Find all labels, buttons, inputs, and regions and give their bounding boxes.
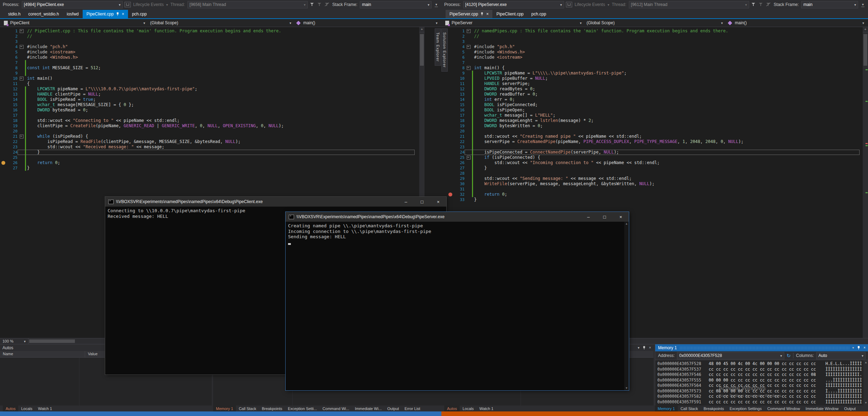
scroll-up-icon[interactable] [864,361,867,364]
column-header-name[interactable]: Name [0,351,85,357]
tool-window-tab[interactable]: Autos [444,405,460,411]
glyph-margin[interactable] [447,65,453,71]
pin-icon[interactable] [857,346,860,350]
glyph-margin[interactable] [0,92,6,97]
filter-threads-icon[interactable] [752,2,756,7]
doc-tab[interactable]: PipeServer.cpp [446,10,492,18]
breakpoint-icon[interactable] [1,161,5,165]
glyph-margin[interactable] [447,71,453,76]
close-icon[interactable] [649,346,651,350]
glyph-margin[interactable] [447,181,453,187]
lifecycle-events-icon[interactable] [566,2,572,7]
close-icon[interactable] [122,12,124,16]
glyph-margin[interactable] [0,160,6,165]
glyph-margin[interactable] [0,150,6,155]
filter-flagged-icon[interactable] [318,2,322,7]
process-dropdown[interactable]: [4984] PipeClient.exe [22,1,123,8]
project-dropdown[interactable]: PipeServer [443,19,584,26]
glyph-margin[interactable] [447,165,453,171]
console-output[interactable]: Creating named pipe \\.\pipe\mantvydas-f… [286,222,629,390]
close-icon[interactable] [863,346,866,350]
glyph-margin[interactable] [447,129,453,134]
fold-collapse-icon[interactable] [20,77,24,80]
pin-icon[interactable] [116,12,119,16]
scrollbar-thumb[interactable] [29,339,75,343]
glyph-margin[interactable] [447,171,453,176]
fold-collapse-icon[interactable] [467,45,471,49]
glyph-margin[interactable] [447,76,453,81]
glyph-margin[interactable] [447,55,453,60]
glyph-margin[interactable] [0,102,6,108]
fold-collapse-icon[interactable] [467,66,471,70]
close-button[interactable] [430,197,446,207]
glyph-margin[interactable] [0,60,6,65]
glyph-margin[interactable] [0,155,6,160]
glyph-margin[interactable] [447,150,453,155]
glyph-margin[interactable] [0,86,6,92]
glyph-margin[interactable] [447,155,453,160]
filter-flagged-icon[interactable] [759,2,763,7]
split-editor-grip[interactable] [863,27,868,32]
editor-vertical-scrollbar[interactable] [863,27,868,338]
glyph-margin[interactable] [447,123,453,129]
thread-dropdown[interactable]: [9612] Main Thread [629,1,749,8]
thread-dropdown[interactable]: [9656] Main Thread [187,1,308,8]
fold-collapse-icon[interactable] [20,45,24,49]
tool-window-tab[interactable]: Exception Settings [727,405,765,411]
glyph-margin[interactable] [447,160,453,165]
sidebar-tab-team-explorer[interactable]: Team Explorer [435,28,441,66]
refresh-icon[interactable] [787,353,791,358]
chevron-down-icon[interactable] [607,2,609,7]
member-dropdown[interactable]: main() [294,19,440,26]
tool-window-tab[interactable]: Command Window [765,405,803,411]
tool-window-tab[interactable]: Error List [402,405,423,411]
memory-panel-titlebar[interactable]: Memory 1 [655,344,868,351]
tool-window-tab[interactable]: Locals [18,405,35,411]
glyph-margin[interactable] [447,102,453,108]
tool-window-tab[interactable]: Exception Setti... [285,405,320,411]
glyph-margin[interactable] [0,28,6,34]
tool-window-tab[interactable]: Breakpoints [701,405,727,411]
tool-window-tab[interactable]: Watch 1 [477,405,496,411]
pin-icon[interactable] [480,12,484,16]
glyph-margin[interactable] [447,197,453,202]
glyph-margin[interactable] [0,165,6,171]
process-dropdown[interactable]: [4120] PipeServer.exe [463,1,564,8]
glyph-margin[interactable] [447,34,453,39]
glyph-margin[interactable] [0,65,6,71]
glyph-margin[interactable] [0,34,6,39]
chevron-down-icon[interactable] [166,2,168,7]
memory-scrollbar[interactable] [863,360,868,405]
console-scrollbar[interactable] [624,222,629,390]
glyph-margin[interactable] [447,50,453,55]
glyph-margin[interactable] [447,92,453,97]
stack-frame-dropdown[interactable]: main [801,1,858,8]
split-editor-grip[interactable] [419,27,425,32]
glyph-margin[interactable] [0,108,6,113]
glyph-margin[interactable] [0,81,6,86]
fold-collapse-icon[interactable] [20,29,24,33]
project-dropdown[interactable]: PipeClient [1,19,148,26]
memory-grid[interactable]: 0x000000E43057F52848 00 45 00 4c 00 4c 0… [655,360,868,405]
tool-window-tab[interactable]: Breakpoints [259,405,285,411]
tool-window-tab[interactable]: Immediate Wi... [352,405,384,411]
scope-dropdown[interactable]: (Global Scope) [148,19,294,26]
fold-collapse-icon[interactable] [467,156,471,160]
doc-tab[interactable]: pch.cpp [128,10,151,18]
glyph-margin[interactable] [447,44,453,50]
glyph-margin[interactable] [447,187,453,192]
address-input[interactable]: 0x000000E43057F528 [677,352,784,359]
glyph-margin[interactable] [447,86,453,92]
doc-tab[interactable]: pch.cpp [528,10,550,18]
tool-window-tab[interactable]: Watch 1 [35,405,55,411]
window-position-icon[interactable] [638,346,639,350]
glyph-margin[interactable] [0,113,6,118]
glyph-margin[interactable] [447,60,453,65]
glyph-margin[interactable] [0,134,6,139]
doc-tab[interactable]: corecrt_wstdio.h [24,10,63,18]
glyph-margin[interactable] [0,129,6,134]
suspend-filter-icon[interactable] [325,2,329,7]
glyph-margin[interactable] [0,123,6,129]
toolbar-overflow-button[interactable] [860,2,866,7]
glyph-margin[interactable] [0,118,6,123]
